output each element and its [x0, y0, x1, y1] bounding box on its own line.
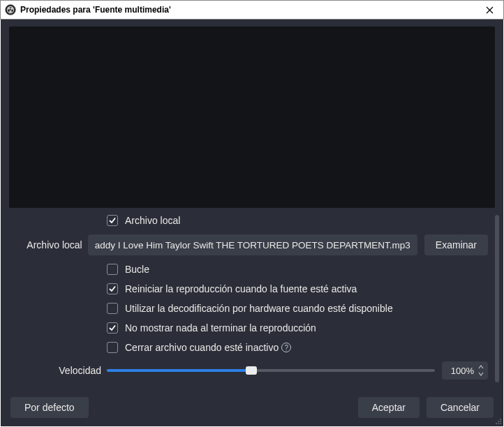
ok-button[interactable]: Aceptar — [358, 397, 420, 418]
svg-point-7 — [500, 421, 501, 422]
resize-grip-icon[interactable] — [494, 417, 502, 425]
chevron-up-icon — [478, 365, 484, 369]
hide-when-done-checkbox[interactable] — [107, 322, 118, 334]
speed-spinbox[interactable]: 100% — [442, 361, 488, 380]
svg-point-8 — [496, 423, 497, 424]
properties-panel: Archivo local Archivo local addy I Love … — [1, 208, 503, 390]
window-title: Propiedades para 'Fuente multimedia' — [20, 5, 480, 15]
browse-button[interactable]: Examinar — [424, 234, 488, 255]
svg-point-0 — [6, 5, 16, 15]
cancel-button[interactable]: Cancelar — [427, 397, 494, 418]
loop-label[interactable]: Bucle — [125, 264, 149, 275]
preview-area — [9, 27, 495, 208]
svg-point-5 — [500, 419, 501, 420]
svg-point-2 — [8, 7, 10, 10]
close-button[interactable] — [480, 0, 499, 20]
svg-point-3 — [10, 8, 13, 10]
speed-slider[interactable] — [107, 365, 435, 376]
checkmark-icon — [108, 216, 117, 225]
spin-down-button[interactable] — [477, 370, 485, 377]
close-icon — [486, 6, 494, 14]
hardware-decode-label[interactable]: Utilizar la decodificación por hardware … — [125, 303, 393, 314]
close-inactive-checkbox[interactable] — [107, 342, 118, 353]
svg-point-4 — [9, 10, 12, 13]
svg-point-6 — [498, 421, 499, 422]
help-icon[interactable]: ? — [281, 343, 291, 352]
chevron-down-icon — [478, 372, 484, 376]
scrollbar[interactable] — [495, 215, 499, 382]
dialog-footer: Por defecto Aceptar Cancelar — [1, 390, 503, 426]
speed-value: 100% — [449, 366, 474, 376]
local-file-label[interactable]: Archivo local — [125, 215, 180, 226]
loop-checkbox[interactable] — [107, 264, 118, 275]
svg-point-10 — [500, 423, 501, 424]
checkmark-icon — [108, 285, 117, 293]
file-field-label: Archivo local — [16, 239, 88, 250]
spin-up-button[interactable] — [477, 364, 485, 370]
hide-when-done-label[interactable]: No mostrar nada al terminar la reproducc… — [125, 322, 316, 334]
local-file-checkbox[interactable] — [107, 215, 118, 226]
restart-label[interactable]: Reiniciar la reproducción cuando la fuen… — [125, 283, 357, 294]
titlebar: Propiedades para 'Fuente multimedia' — [0, 0, 504, 20]
close-inactive-label[interactable]: Cerrar archivo cuando esté inactivo ? — [125, 342, 291, 353]
speed-label: Velocidad — [16, 365, 107, 376]
file-path-value: addy I Love Him Taylor Swift THE TORTURE… — [95, 240, 410, 250]
restart-checkbox[interactable] — [107, 283, 118, 294]
defaults-button[interactable]: Por defecto — [10, 397, 89, 418]
file-path-field[interactable]: addy I Love Him Taylor Swift THE TORTURE… — [88, 234, 417, 255]
svg-point-9 — [498, 423, 499, 424]
obs-icon — [5, 4, 16, 15]
checkmark-icon — [108, 324, 117, 332]
hardware-decode-checkbox[interactable] — [107, 303, 118, 314]
